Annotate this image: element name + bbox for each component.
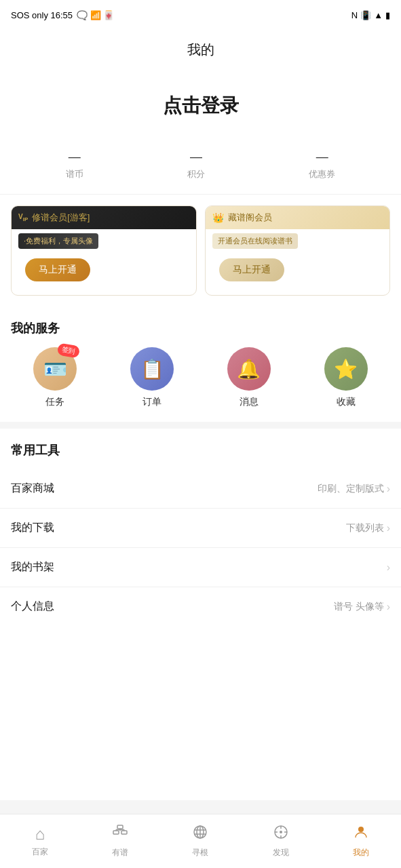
points-label: 积分 (187, 168, 205, 180)
nav-search-label: 寻根 (192, 847, 208, 859)
search-root-icon (192, 824, 208, 844)
fav-icon: ⭐ (334, 358, 358, 380)
mine-icon (353, 824, 369, 844)
tool-profile-right: 谱号 头像等 › (334, 601, 390, 613)
nav-mine[interactable]: 我的 (342, 820, 380, 863)
library-card-header: 👑 藏谱阁会员 (206, 206, 390, 229)
coupons-label: 优惠券 (309, 168, 335, 180)
library-open-button[interactable]: 马上开通 (219, 258, 284, 281)
service-task[interactable]: 🪪 签到 任务 (33, 347, 77, 408)
fav-icon-circle: ⭐ (324, 347, 368, 391)
service-fav[interactable]: ⭐ 收藏 (324, 347, 368, 408)
nav-mine-label: 我的 (353, 847, 369, 859)
page-title: 我的 (187, 42, 214, 57)
library-benefit-text: 开通会员在线阅读谱书 (212, 233, 298, 249)
tool-shop-right: 印刷、定制版式 › (318, 483, 390, 495)
tool-bookshelf-name: 我的书架 (11, 560, 54, 574)
vip-member-card[interactable]: VIP 修谱会员[游客] ·免费福利，专属头像 马上开通 (11, 205, 197, 296)
crown-icon: 👑 (212, 212, 224, 223)
coins-label: 谱币 (66, 168, 83, 180)
coupons-value: — (316, 150, 328, 164)
message-icon-circle: 🔔 (227, 347, 271, 391)
library-member-card[interactable]: 👑 藏谱阁会员 开通会员在线阅读谱书 马上开通 (205, 205, 391, 296)
points-value: — (190, 150, 202, 164)
tool-download-sub: 下载列表 (346, 522, 384, 534)
tool-profile-name: 个人信息 (11, 599, 54, 614)
chevron-icon-profile: › (387, 601, 390, 613)
discover-icon (273, 824, 289, 844)
library-title: 藏谱阁会员 (228, 212, 272, 224)
tool-download-name: 我的下载 (11, 521, 54, 535)
tool-profile-sub: 谱号 头像等 (334, 601, 384, 613)
genealogy-icon (112, 824, 128, 844)
tool-bookshelf[interactable]: 我的书架 › (0, 548, 401, 587)
tool-profile[interactable]: 个人信息 谱号 头像等 › (0, 587, 401, 626)
svg-rect-1 (113, 831, 119, 834)
battery-icon: ▮ (385, 10, 390, 20)
task-icon: 🪪 (43, 358, 67, 380)
tool-download-right: 下载列表 › (346, 522, 390, 534)
vip-open-button[interactable]: 马上开通 (25, 258, 90, 281)
tools-title: 常用工具 (0, 429, 401, 469)
order-icon: 📋 (140, 358, 164, 380)
stat-points[interactable]: — 积分 (187, 150, 205, 180)
membership-section: VIP 修谱会员[游客] ·免费福利，专属头像 马上开通 👑 藏谱阁会员 开通会… (0, 195, 401, 307)
nav-home[interactable]: ⌂ 百家 (21, 821, 59, 862)
login-section[interactable]: 点击登录 (0, 66, 401, 139)
tool-shop[interactable]: 百家商城 印刷、定制版式 › (0, 469, 401, 509)
services-grid: 🪪 签到 任务 📋 订单 🔔 消息 (0, 347, 401, 422)
tool-shop-sub: 印刷、定制版式 (318, 483, 384, 495)
svg-point-14 (280, 831, 282, 833)
vip-card-header: VIP 修谱会员[游客] (12, 206, 196, 229)
chevron-icon-download: › (387, 522, 390, 534)
message-icon: 🔔 (237, 358, 261, 380)
wifi-icon: ▲ (374, 10, 383, 20)
stats-row: — 谱币 — 积分 — 优惠券 (0, 139, 401, 195)
order-label: 订单 (142, 396, 161, 408)
page-title-bar: 我的 (0, 30, 401, 66)
vibrate-icon: 📳 (360, 10, 371, 20)
services-title: 我的服务 (0, 307, 401, 347)
svg-rect-2 (121, 831, 127, 834)
status-left: SOS only 16:55 🗨️ 📶 🀄 (11, 10, 114, 20)
nav-discover-label: 发现 (273, 847, 289, 859)
vip-benefit: ·免费福利，专属头像 (12, 229, 196, 253)
message-label: 消息 (240, 396, 259, 408)
status-right: N 📳 ▲ ▮ (351, 10, 390, 20)
order-icon-circle: 📋 (130, 347, 174, 391)
svg-point-19 (358, 827, 364, 832)
nav-discover[interactable]: 发现 (262, 820, 300, 863)
task-label: 任务 (45, 396, 64, 408)
stat-coins[interactable]: — 谱币 (66, 150, 83, 180)
library-benefit: 开通会员在线阅读谱书 (206, 229, 390, 253)
fav-label: 收藏 (337, 396, 356, 408)
nav-genealogy-label: 有谱 (112, 847, 128, 859)
section-divider-1 (0, 422, 401, 429)
nfc-icon: N (351, 10, 358, 20)
nav-search[interactable]: 寻根 (181, 820, 219, 863)
service-message[interactable]: 🔔 消息 (227, 347, 271, 408)
status-bar: SOS only 16:55 🗨️ 📶 🀄 N 📳 ▲ ▮ (0, 0, 401, 30)
vip-badge: VIP (18, 213, 28, 222)
login-button[interactable]: 点击登录 (163, 93, 239, 119)
chevron-icon-shop: › (387, 483, 390, 495)
vip-benefit-text: ·免费福利，专属头像 (18, 233, 98, 249)
service-order[interactable]: 📋 订单 (130, 347, 174, 408)
emoji-icons: 🗨️ 📶 🀄 (77, 10, 114, 20)
nav-genealogy[interactable]: 有谱 (101, 820, 139, 863)
coins-value: — (69, 150, 81, 164)
nav-home-label: 百家 (32, 846, 48, 858)
tool-download[interactable]: 我的下载 下载列表 › (0, 509, 401, 548)
stat-coupons[interactable]: — 优惠券 (309, 150, 335, 180)
vip-title: 修谱会员[游客] (32, 212, 90, 224)
services-section: 我的服务 🪪 签到 任务 📋 订单 (0, 307, 401, 422)
tool-shop-name: 百家商城 (11, 481, 54, 496)
tool-bookshelf-right: › (384, 561, 390, 574)
tools-section: 常用工具 百家商城 印刷、定制版式 › 我的下载 下载列表 › 我的书架 (0, 429, 401, 626)
home-icon: ⌂ (35, 825, 45, 844)
chevron-icon-bookshelf: › (387, 561, 390, 574)
status-text: SOS only 16:55 (11, 10, 73, 20)
bottom-nav: ⌂ 百家 有谱 (0, 814, 401, 868)
svg-rect-0 (117, 825, 123, 829)
